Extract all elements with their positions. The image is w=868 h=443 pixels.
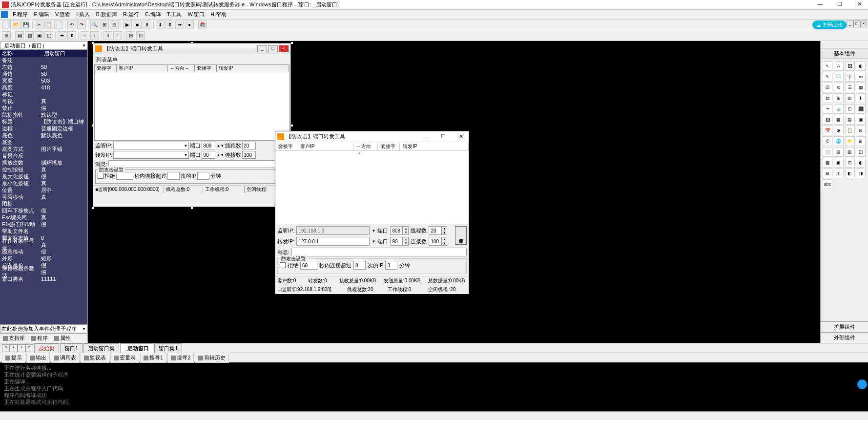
property-grid[interactable]: 名称_启动窗口备注左边50顶边50宽度503高度418标记可视真禁止假鼠标指针默… xyxy=(0,50,87,324)
component-btn-0[interactable]: ↖ xyxy=(823,61,832,71)
component-btn-36[interactable]: ▦ xyxy=(823,158,832,168)
component-btn-16[interactable]: ━ xyxy=(823,104,832,114)
property-row[interactable]: 禁止假 xyxy=(0,105,87,111)
tab-clip[interactable]: 剪辑历史 xyxy=(195,353,229,363)
design-canvas[interactable]: 【防攻击】端口转发工具 _ □ × 列表菜单 套接字 客户IP ←方向→ 套接字… xyxy=(88,41,820,343)
dw-min[interactable]: _ xyxy=(257,45,267,52)
menu-program[interactable]: F.程序 xyxy=(10,10,31,19)
output-console[interactable]: 正在进行名称连接...正在统计需要编译的子程序正在编译...正在生成主程序入口代… xyxy=(0,362,868,411)
rw-stop-button[interactable]: 停止服务 xyxy=(455,226,467,245)
component-btn-23[interactable]: ▣ xyxy=(856,115,866,125)
tab-program[interactable]: 程序 xyxy=(28,334,51,343)
component-btn-11[interactable]: ▦ xyxy=(856,83,866,92)
menu-tools[interactable]: T.工具 xyxy=(164,10,185,19)
rw-conns[interactable] xyxy=(429,237,441,246)
component-btn-24[interactable]: 📅 xyxy=(823,126,832,135)
rw-times-val[interactable] xyxy=(353,261,366,270)
property-row[interactable]: 左边50 xyxy=(0,63,87,70)
rw-close[interactable]: ✕ xyxy=(455,133,467,140)
property-row[interactable]: 外形矩形 xyxy=(0,255,87,262)
tool-new[interactable]: 📄 xyxy=(2,21,11,29)
dw-close[interactable]: × xyxy=(279,45,289,52)
tool-knowledge[interactable]: 📚 xyxy=(198,21,207,29)
component-btn-41[interactable]: ◫ xyxy=(834,169,844,178)
property-row[interactable]: 底图方式图片平铺 xyxy=(0,146,87,152)
dw-times[interactable] xyxy=(167,172,180,180)
dw-msg[interactable] xyxy=(108,160,289,168)
component-btn-6[interactable]: 字 xyxy=(845,72,855,82)
tool-db[interactable]: ⊞ xyxy=(100,21,109,29)
component-btn-28[interactable]: ⏱ xyxy=(823,136,832,146)
component-btn-19[interactable]: ⬛ xyxy=(856,104,866,114)
rw-reject-check[interactable] xyxy=(280,262,286,268)
component-btn-14[interactable]: ▥ xyxy=(845,93,855,103)
property-row[interactable]: 图标 xyxy=(0,200,87,207)
tab-watch[interactable]: 监视表 xyxy=(81,353,109,363)
property-row[interactable]: 背景音乐 xyxy=(0,152,87,159)
property-row[interactable]: 高度418 xyxy=(0,84,87,91)
close-button[interactable]: ✕ xyxy=(852,1,866,9)
tab-property[interactable]: 属性 xyxy=(51,334,74,343)
tool-find[interactable]: 🔍 xyxy=(90,21,99,29)
component-btn-3[interactable]: ◐ xyxy=(856,61,866,71)
tool-copy[interactable]: 📋 xyxy=(44,21,53,29)
component-btn-37[interactable]: ▣ xyxy=(834,158,844,168)
rw-port2[interactable] xyxy=(390,237,403,246)
rw-threads[interactable] xyxy=(429,226,441,235)
component-btn-40[interactable]: ⊟ xyxy=(823,169,832,178)
rw-port[interactable] xyxy=(390,226,403,235)
property-row[interactable]: 最大化按钮假 xyxy=(0,173,87,180)
same-h[interactable]: ↕ xyxy=(90,31,99,40)
tab-support-lib[interactable]: 支持库 xyxy=(0,334,28,343)
tool-cut[interactable]: ✂ xyxy=(35,21,43,29)
dw-port2[interactable] xyxy=(202,151,215,159)
component-btn-15[interactable]: ⬇ xyxy=(856,93,866,103)
runtime-window[interactable]: 【防攻击】端口转发工具 — ☐ ✕ 套接字 客户IP ←方向→ 套接字 转发IP xyxy=(275,131,469,294)
object-selector[interactable]: _启动窗口（窗口） ▼ xyxy=(0,41,87,50)
component-btn-4[interactable]: ✎ xyxy=(823,72,832,82)
menu-help[interactable]: H.帮助 xyxy=(207,10,229,19)
component-btn-39[interactable]: ◐ xyxy=(856,158,866,168)
upload-button[interactable]: ☁ 扫码上传 xyxy=(812,21,847,29)
rw-ip-val[interactable] xyxy=(385,261,397,270)
component-btn-20[interactable]: 🖼 xyxy=(823,115,832,125)
tool-step1[interactable]: ⬇ xyxy=(156,21,165,29)
component-btn-12[interactable]: ▤ xyxy=(823,93,832,103)
property-row[interactable]: 鼠标指针默认型 xyxy=(0,111,87,118)
align-right[interactable]: ▥ xyxy=(25,31,34,40)
component-btn-44[interactable]: abc xyxy=(823,179,832,189)
dw-listview[interactable] xyxy=(94,72,289,141)
component-btn-7[interactable]: ▭ xyxy=(856,72,866,82)
palette-ext[interactable]: 扩展组件 xyxy=(821,321,868,332)
property-row[interactable]: 随意移动假 xyxy=(0,248,87,255)
maximize-button[interactable]: ☐ xyxy=(833,1,847,9)
property-row[interactable]: 位置居中 xyxy=(0,187,87,193)
tab-nav-prev[interactable]: ‹ xyxy=(10,344,18,352)
menu-view[interactable]: V.查看 xyxy=(52,10,73,19)
tab-window1[interactable]: 窗口1 xyxy=(60,343,83,353)
component-btn-8[interactable]: ☑ xyxy=(823,83,832,92)
menu-edit[interactable]: E.编辑 xyxy=(31,10,52,19)
align-left[interactable]: ▤ xyxy=(15,31,24,40)
rw-fwd-ip[interactable] xyxy=(296,237,370,246)
mdi-min[interactable]: _ xyxy=(847,21,853,27)
space-h[interactable]: ⫴ xyxy=(103,31,112,40)
tool-paste[interactable]: 📄 xyxy=(54,21,63,29)
component-btn-27[interactable]: ⊟ xyxy=(856,126,866,135)
tab-nav-last[interactable]: » xyxy=(25,344,33,352)
tool-bp[interactable]: ● xyxy=(185,21,194,29)
component-btn-31[interactable]: ⊞ xyxy=(856,136,866,146)
property-row[interactable]: 顶边50 xyxy=(0,70,87,77)
component-btn-22[interactable]: ▤ xyxy=(845,115,855,125)
property-row[interactable]: 可视真 xyxy=(0,98,87,105)
property-row[interactable]: 名称_启动窗口 xyxy=(0,50,87,57)
property-row[interactable]: 播放次数循环播放 xyxy=(0,159,87,166)
tab-start-page[interactable]: 起始页 xyxy=(34,343,59,353)
property-row[interactable]: 底色默认底色 xyxy=(0,132,87,139)
rw-listview[interactable] xyxy=(275,151,469,224)
property-row[interactable]: 帮助文件名 xyxy=(0,228,87,234)
component-btn-9[interactable]: ⊙ xyxy=(834,83,844,92)
tool-redo[interactable]: ↷ xyxy=(77,21,86,29)
component-btn-33[interactable]: ▤ xyxy=(834,147,844,157)
property-row[interactable]: 窗口类名11111 xyxy=(0,275,87,282)
